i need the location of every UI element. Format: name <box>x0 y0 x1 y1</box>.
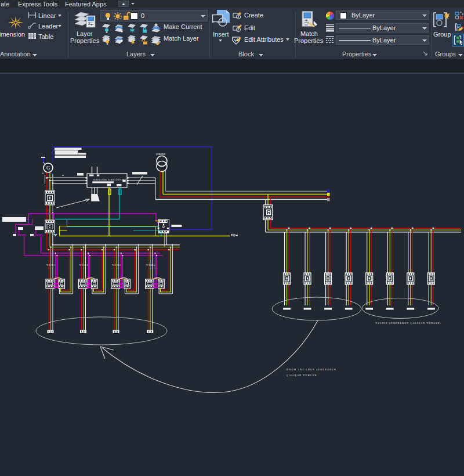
svg-text:YÜK3: YÜK3 <box>112 264 122 266</box>
svg-text:ÇALIŞAN YÜKLER: ÇALIŞAN YÜKLER <box>287 374 317 377</box>
svg-text:JENERATÖR TAKİP ÜNİTESİ: JENERATÖR TAKİP ÜNİTESİ <box>93 178 126 181</box>
svg-text:YÜK2: YÜK2 <box>79 264 89 266</box>
svg-text:YÜK1: YÜK1 <box>46 264 56 266</box>
svg-text:YALNIZ ŞEBEKEDEN ÇALIŞAN YÜKLE: YALNIZ ŞEBEKEDEN ÇALIŞAN YÜKLER. <box>375 322 441 324</box>
svg-text:ÖNEM ARZ EDEN ŞEBEKEDEN: ÖNEM ARZ EDEN ŞEBEKEDEN <box>287 368 336 371</box>
svg-text:YÜK4: YÜK4 <box>146 264 156 266</box>
svg-text:G: G <box>46 165 50 171</box>
svg-text:ŞEBEKE: ŞEBEKE <box>156 153 166 156</box>
